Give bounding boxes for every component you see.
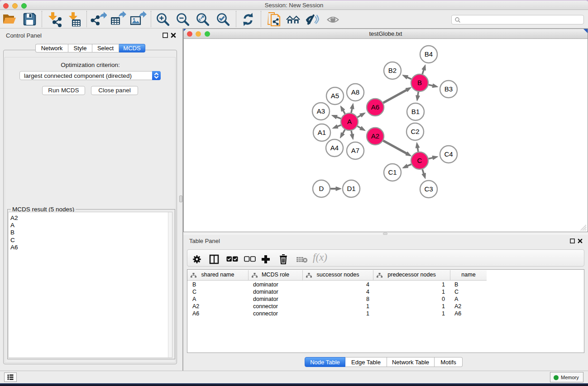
svg-text:A6: A6	[371, 103, 379, 111]
svg-text:C3: C3	[424, 185, 433, 193]
svg-text:B4: B4	[425, 50, 433, 58]
svg-text:D: D	[319, 185, 324, 192]
svg-text:A2: A2	[371, 132, 379, 140]
svg-text:A5: A5	[331, 92, 339, 100]
svg-text:C2: C2	[411, 128, 419, 135]
svg-text:A3: A3	[317, 107, 325, 115]
svg-text:C: C	[417, 157, 422, 164]
svg-text:A8: A8	[351, 88, 359, 96]
svg-text:A4: A4	[330, 144, 339, 152]
svg-text:B: B	[417, 79, 422, 86]
svg-text:A: A	[347, 118, 352, 125]
svg-text:D1: D1	[347, 185, 355, 192]
svg-text:B1: B1	[411, 108, 420, 115]
svg-text:C4: C4	[444, 150, 453, 158]
svg-text:A1: A1	[318, 129, 326, 136]
svg-text:A7: A7	[351, 147, 359, 154]
svg-text:B2: B2	[388, 67, 397, 74]
svg-text:B3: B3	[445, 85, 453, 93]
svg-text:C1: C1	[388, 168, 397, 176]
